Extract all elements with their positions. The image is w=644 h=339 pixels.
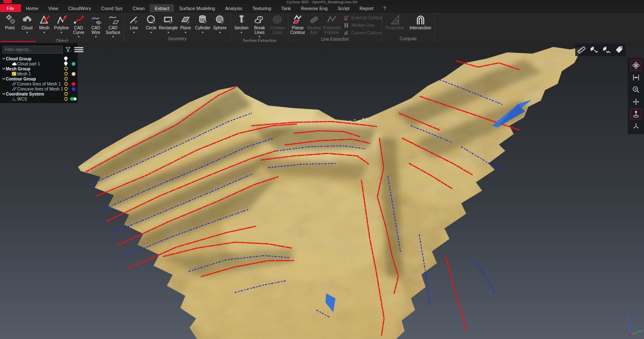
tab-help[interactable]: ? (379, 4, 391, 12)
ruler-icon[interactable] (576, 44, 587, 55)
color-swatch-convex[interactable] (72, 82, 75, 86)
visibility-bulb-off[interactable] (62, 77, 69, 81)
visibility-bulb-off[interactable] (62, 82, 69, 86)
mesh-button[interactable]: Mesh (36, 13, 53, 34)
filter-funnel-icon[interactable] (65, 47, 72, 52)
visibility-bulb-off[interactable] (62, 97, 69, 101)
visibility-bulb-off[interactable] (62, 67, 69, 71)
tab-clean[interactable]: Clean (127, 4, 150, 12)
set-pivot-button[interactable] (631, 109, 641, 119)
chevron-down-icon[interactable] (241, 31, 242, 34)
tab-coord-sys[interactable]: Coord Sys (96, 4, 127, 12)
tree-item-convex-lines[interactable]: Convex lines of Mesh 1 (0, 81, 78, 86)
ribbon-group-compute: Projection Intersection Compute (382, 13, 435, 42)
color-swatch-cloud[interactable] (72, 62, 75, 66)
orbit-button[interactable] (631, 60, 641, 71)
tab-report[interactable]: Report (354, 4, 378, 12)
filter-objects-input[interactable] (3, 46, 63, 54)
tab-tank[interactable]: Tank (276, 4, 296, 12)
tab-texturing[interactable]: Texturing (247, 4, 276, 12)
chevron-down-icon[interactable] (259, 35, 260, 38)
ribbon-item-label: Rectangle (159, 26, 178, 31)
wcs-visibility-toggle[interactable] (70, 97, 77, 101)
tab-cloudworx[interactable]: CloudWorx (63, 4, 96, 12)
planar-contour-button[interactable]: Planar Contour (290, 13, 306, 35)
section-icon (236, 13, 247, 26)
chevron-down-icon[interactable] (43, 31, 45, 34)
chevron-down-icon[interactable] (219, 31, 221, 34)
move-axes-button[interactable] (631, 121, 641, 132)
line-button[interactable]: Line (125, 13, 143, 34)
tree-item-mesh-group[interactable]: Mesh Group (0, 66, 78, 71)
tree-item-cloud-part-1[interactable]: Cloud part 1 (0, 61, 78, 66)
tree-item-contour-group[interactable]: Contour Group (0, 76, 78, 81)
neutral-axis-icon (308, 13, 320, 26)
chevron-down-icon[interactable] (167, 31, 169, 34)
tab-script[interactable]: Script (332, 4, 354, 12)
external-contour-icon (343, 15, 349, 21)
cloud-icon (21, 13, 33, 26)
panel-menu-icon[interactable] (74, 47, 83, 52)
cad-surface-button[interactable]: CAD Surface (104, 13, 122, 38)
tab-analysis[interactable]: Analysis (220, 4, 247, 12)
object-tree-panel: Cloud Group Cloud part 1 Mesh Group Mesh… (0, 43, 78, 103)
visibility-bulb-off[interactable] (62, 87, 69, 91)
tab-extract[interactable]: Extract (150, 4, 174, 12)
pan-button[interactable] (631, 96, 641, 107)
chevron-down-icon[interactable] (202, 31, 203, 34)
tree-item-mesh-1[interactable]: Mesh 1 (0, 71, 78, 76)
color-swatch-concave[interactable] (72, 87, 75, 91)
tree-item-concave-lines[interactable]: Concave lines of Mesh 1 (0, 86, 78, 91)
ribbon-item-label: Point (5, 26, 15, 31)
measure-surface-icon[interactable] (589, 44, 600, 55)
window-title: Cyclone 3DR - OpenPit_BreakingLines.fsh (286, 0, 358, 4)
chevron-down-icon[interactable] (95, 35, 96, 38)
chevron-down-icon[interactable] (184, 31, 186, 34)
chevron-down-icon[interactable] (150, 31, 152, 34)
tab-home[interactable]: Home (21, 4, 43, 12)
chevron-down-icon[interactable] (60, 31, 62, 34)
viewport-3d[interactable] (0, 42, 644, 339)
cad-wire-button[interactable]: CAD Wire (87, 13, 104, 38)
chevron-down-icon[interactable] (78, 35, 79, 38)
chevron-down-icon[interactable] (2, 93, 6, 95)
measure-polyline-icon[interactable] (601, 44, 612, 55)
cad-curve-button[interactable]: CAD Curve (70, 13, 87, 38)
fit-view-button[interactable] (631, 72, 641, 83)
cylinder-button[interactable]: Cylinder (194, 13, 211, 34)
rectangle-button[interactable]: Rectangle (160, 13, 177, 34)
visibility-bulb-on[interactable] (62, 62, 69, 66)
chevron-down-icon[interactable] (133, 31, 135, 34)
intersection-button[interactable]: Intersection (408, 13, 433, 31)
tree-item-cloud-group[interactable]: Cloud Group (0, 56, 78, 61)
cloud-button[interactable]: Cloud (18, 13, 36, 34)
chevron-down-icon[interactable] (26, 31, 28, 34)
chevron-down-icon[interactable] (2, 57, 6, 60)
visibility-bulb-off[interactable] (62, 72, 69, 76)
tab-file[interactable]: File (0, 4, 21, 12)
tree-item-coordinate-system[interactable]: Coordinate System (0, 91, 78, 96)
zoom-window-button[interactable] (631, 84, 641, 95)
chevron-down-icon[interactable] (2, 67, 6, 70)
axis-gizmo[interactable]: Z (622, 317, 644, 339)
tab-surface-modeling[interactable]: Surface Modeling (174, 4, 220, 12)
chevron-down-icon[interactable] (112, 35, 114, 38)
plane-button[interactable]: Plane (177, 13, 194, 34)
section-button[interactable]: Section (232, 13, 250, 34)
ribbon-group-geometry: Line Circle Rectangle (124, 13, 231, 42)
tree-item-wcs[interactable]: WCS (0, 96, 78, 101)
break-lines-button[interactable]: Break Lines (250, 13, 268, 38)
tag-icon[interactable] (614, 44, 625, 55)
tab-view[interactable]: View (43, 4, 63, 12)
color-swatch-mesh[interactable] (72, 72, 75, 76)
circle-button[interactable]: Circle (143, 13, 160, 34)
polyline-button[interactable]: Polyline (53, 13, 70, 34)
point-button[interactable]: Point (1, 13, 18, 31)
visibility-bulb-off[interactable] (62, 92, 69, 96)
visibility-bulb-on[interactable] (62, 57, 69, 61)
tree-item-label: Contour Group (6, 77, 62, 81)
ribbon-item-label: External Contour (351, 16, 383, 20)
sphere-button[interactable]: Sphere (211, 13, 229, 34)
tab-reverse-eng[interactable]: Reverse Eng (296, 4, 333, 12)
chevron-down-icon[interactable] (2, 78, 6, 80)
